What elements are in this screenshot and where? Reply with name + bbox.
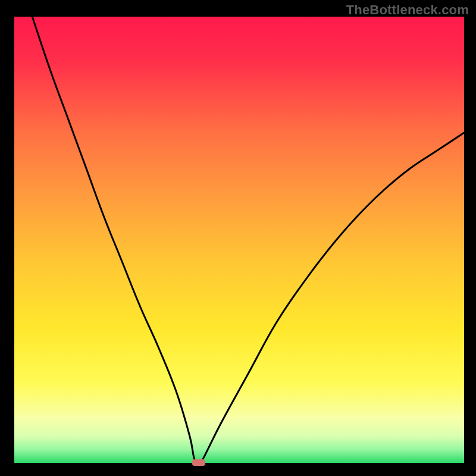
chart-container: TheBottleneck.com [0, 0, 476, 476]
bottleneck-chart [0, 0, 476, 476]
watermark-text: TheBottleneck.com [346, 2, 469, 18]
minimum-marker [192, 459, 205, 466]
plot-background [14, 17, 464, 463]
